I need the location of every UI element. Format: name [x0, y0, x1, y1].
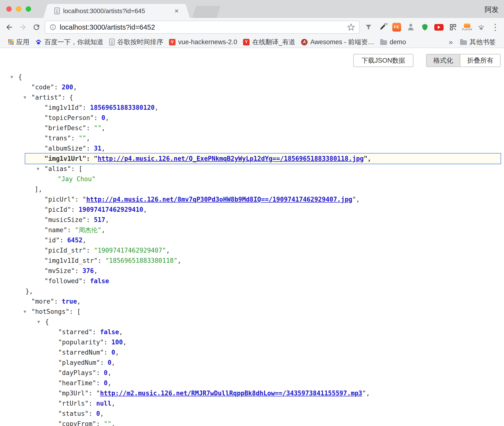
json-token-punct: ], [35, 186, 42, 193]
json-token-punct: , [115, 349, 119, 356]
tab-close-icon[interactable]: × [174, 7, 179, 15]
browser-menu-icon[interactable]: ⋮ [489, 20, 502, 34]
json-token-punct: , [105, 114, 109, 121]
json-token-number: 31 [94, 145, 101, 152]
address-bar[interactable]: localhost:3000/artists?id=6452 [45, 21, 360, 34]
translate-pen-badge: en [384, 22, 388, 26]
bookmark-star-icon[interactable] [347, 23, 355, 31]
fehelper-label: FE [392, 23, 401, 32]
json-token-punct: : [86, 247, 94, 254]
url-text[interactable]: localhost:3000/artists?id=6452 [60, 23, 155, 31]
filter-extension-icon[interactable] [362, 20, 375, 34]
json-url-link[interactable]: http://p4.music.126.net/Q_ExePNkmqB2yWyL… [98, 155, 364, 162]
json-token-number: 0 [96, 410, 100, 417]
json-token-number: 18569651883380120 [90, 104, 155, 111]
profile-extension-icon[interactable] [404, 20, 417, 34]
apps-grid-icon [8, 39, 14, 45]
json-token-punct: , [123, 339, 127, 346]
json-token-key: "mvSize" [44, 267, 75, 274]
json-token-punct: : [96, 379, 104, 387]
json-token-punct: : " [75, 196, 86, 203]
json-token-key: "name" [44, 226, 67, 234]
paw-extension-icon[interactable] [475, 20, 487, 34]
fehelper-extension-icon[interactable]: FE [390, 20, 403, 34]
close-window-button[interactable] [6, 6, 12, 12]
json-line: "name": "周杰伦", [0, 225, 504, 235]
bookmark-baidu[interactable]: 百度一下，你就知道 [32, 37, 106, 47]
collapse-toggle-icon[interactable]: ▼ [10, 72, 13, 82]
json-token-number: 0 [111, 349, 115, 356]
bookmark-apps[interactable]: 应用 [5, 37, 32, 47]
json-line: "img1v1Id": 18569651883380120, [0, 102, 504, 113]
forward-button[interactable] [16, 20, 30, 34]
json-token-key: "playedNum" [58, 359, 100, 366]
browser-profile-name: 阿发 [485, 5, 499, 15]
json-token-key: "picUrl" [44, 196, 75, 203]
json-line: "mp3Url": "http://m2.music.126.net/RMJR7… [0, 388, 504, 398]
json-token-punct: : [86, 145, 94, 152]
browser-window: localhost:3000/artists?id=645 × 阿发 local… [0, 0, 504, 426]
baidu-paw-icon [35, 39, 42, 45]
player-extension-icon[interactable]: PLAYER [461, 20, 473, 34]
json-url-link[interactable]: http://p4.music.126.net/8mv7qP30Pd3oHW8b… [86, 196, 352, 203]
json-token-key: "picId" [44, 206, 71, 213]
json-token-punct: : [71, 135, 79, 142]
bookmark-google-sort[interactable]: 谷歌按时间排序 [106, 37, 166, 47]
other-bookmarks[interactable]: 其他书签 [457, 37, 499, 47]
format-button[interactable]: 格式化 [426, 54, 460, 67]
json-token-key: "code" [31, 84, 54, 91]
json-line: "code": 200, [0, 82, 504, 92]
json-token-punct: : [104, 339, 111, 346]
json-token-key: "followed" [44, 277, 83, 285]
json-token-number: 0 [101, 114, 105, 121]
site-info-icon[interactable] [50, 24, 56, 31]
download-json-button[interactable]: 下载JSON数据 [353, 54, 413, 67]
bookmark-vue-hackernews[interactable]: V vue-hackernews-2.0 [166, 37, 240, 47]
json-line: "picUrl": "http://p4.music.126.net/8mv7q… [0, 194, 504, 204]
json-token-punct: : [94, 114, 101, 121]
reload-button[interactable] [30, 20, 43, 34]
json-token-punct: : [89, 410, 96, 417]
json-token-number: 100 [111, 339, 123, 346]
json-line: "copyFrom": "", [0, 419, 504, 426]
collapse-toggle-icon[interactable]: ▼ [37, 317, 40, 327]
bookmark-awesomes[interactable]: A Awesomes - 前端资… [298, 37, 377, 47]
shield-extension-icon[interactable] [419, 20, 431, 34]
json-line: "popularity": 100, [0, 337, 504, 347]
bookmark-demo[interactable]: demo [377, 37, 409, 47]
collapse-all-button[interactable]: 折叠所有 [460, 54, 501, 67]
bookmarks-overflow-chevron[interactable]: » [444, 38, 457, 46]
json-line: "rtUrls": null, [0, 398, 504, 409]
back-button[interactable] [2, 20, 16, 34]
youtube-extension-icon[interactable] [433, 20, 445, 34]
page-icon [109, 39, 115, 45]
json-token-punct: ", [362, 390, 370, 397]
json-token-string: "周杰伦" [75, 226, 101, 234]
json-token-keyword: null [96, 400, 111, 407]
json-line: "dayPlays": 0, [0, 368, 504, 378]
json-token-number: 200 [62, 84, 73, 91]
json-token-punct: : [92, 328, 100, 336]
json-token-string: "19097417462929407" [94, 247, 166, 254]
json-token-punct: : [96, 369, 104, 376]
translate-pen-extension-icon[interactable]: en [376, 20, 389, 34]
fullscreen-window-button[interactable] [26, 6, 31, 12]
json-token-string: "" [104, 420, 111, 426]
bookmark-youdao[interactable]: Y 在线翻译_有道 [240, 37, 298, 47]
collapse-toggle-icon[interactable]: ▼ [37, 164, 39, 174]
json-token-key: "musicSize" [44, 216, 86, 223]
json-line: "trans": "", [0, 133, 504, 143]
collapse-toggle-icon[interactable]: ▼ [24, 307, 26, 317]
minimize-window-button[interactable] [16, 6, 21, 12]
collapse-toggle-icon[interactable]: ▼ [24, 92, 26, 102]
json-line: ▼{ [0, 72, 504, 82]
browser-tab[interactable]: localhost:3000/artists?id=645 × [49, 4, 185, 18]
tab-favicon-icon [54, 8, 60, 14]
json-token-punct: : [89, 400, 96, 407]
view-mode-segmented-control: 格式化 折叠所有 [426, 54, 501, 67]
json-url-link[interactable]: http://m2.music.126.net/RMJR7wDullRqppBk… [100, 390, 362, 397]
folder-icon [460, 40, 467, 45]
qr-code-extension-icon[interactable] [447, 20, 459, 34]
new-tab-button[interactable] [192, 6, 220, 18]
json-token-punct: : [60, 237, 67, 244]
